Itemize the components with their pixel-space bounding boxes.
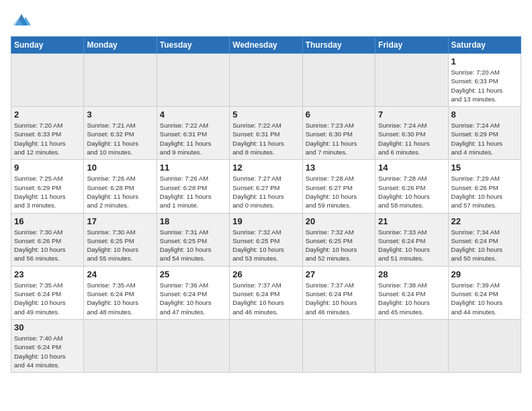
week-row-3: 9Sunrise: 7:25 AM Sunset: 6:29 PM Daylig… [11, 160, 521, 213]
day-cell: 3Sunrise: 7:21 AM Sunset: 6:32 PM Daylig… [84, 107, 157, 160]
weekday-header-friday: Friday [375, 37, 448, 54]
day-number: 2 [14, 109, 81, 120]
day-cell: 24Sunrise: 7:35 AM Sunset: 6:24 PM Dayli… [84, 266, 157, 319]
day-cell [375, 54, 448, 107]
day-number: 17 [87, 216, 153, 226]
day-cell [11, 54, 84, 107]
day-number: 5 [232, 109, 299, 120]
day-info: Sunrise: 7:28 AM Sunset: 6:26 PM Dayligh… [378, 174, 445, 210]
calendar: SundayMondayTuesdayWednesdayThursdayFrid… [11, 36, 521, 373]
day-cell [230, 319, 302, 372]
day-number: 18 [160, 216, 226, 226]
day-info: Sunrise: 7:40 AM Sunset: 6:24 PM Dayligh… [14, 334, 81, 369]
day-number: 26 [232, 269, 299, 279]
day-number: 15 [451, 163, 518, 173]
day-info: Sunrise: 7:30 AM Sunset: 6:26 PM Dayligh… [14, 228, 81, 263]
day-cell [84, 319, 157, 372]
weekday-header-wednesday: Wednesday [230, 37, 302, 54]
day-cell: 23Sunrise: 7:35 AM Sunset: 6:24 PM Dayli… [11, 266, 84, 319]
day-cell: 7Sunrise: 7:24 AM Sunset: 6:30 PM Daylig… [375, 107, 448, 160]
day-number: 16 [14, 216, 81, 226]
day-number: 13 [306, 163, 372, 173]
day-cell: 29Sunrise: 7:39 AM Sunset: 6:24 PM Dayli… [448, 266, 521, 319]
day-number: 10 [87, 163, 153, 173]
day-number: 27 [306, 269, 372, 279]
day-number: 22 [451, 216, 518, 226]
day-cell: 25Sunrise: 7:36 AM Sunset: 6:24 PM Dayli… [157, 266, 229, 319]
page: SundayMondayTuesdayWednesdayThursdayFrid… [0, 0, 532, 379]
day-number: 21 [378, 216, 445, 226]
day-info: Sunrise: 7:20 AM Sunset: 6:33 PM Dayligh… [451, 68, 518, 103]
day-cell: 5Sunrise: 7:22 AM Sunset: 6:31 PM Daylig… [230, 107, 302, 160]
day-cell: 1Sunrise: 7:20 AM Sunset: 6:33 PM Daylig… [448, 54, 521, 107]
day-cell: 9Sunrise: 7:25 AM Sunset: 6:29 PM Daylig… [11, 160, 84, 213]
day-cell [157, 54, 229, 107]
day-cell: 19Sunrise: 7:32 AM Sunset: 6:25 PM Dayli… [230, 213, 302, 266]
weekday-header-monday: Monday [84, 37, 157, 54]
day-cell [157, 319, 229, 372]
day-info: Sunrise: 7:28 AM Sunset: 6:27 PM Dayligh… [306, 174, 372, 210]
weekday-row: SundayMondayTuesdayWednesdayThursdayFrid… [11, 37, 521, 54]
day-cell: 2Sunrise: 7:20 AM Sunset: 6:33 PM Daylig… [11, 107, 84, 160]
weekday-header-thursday: Thursday [302, 37, 375, 54]
day-cell: 8Sunrise: 7:24 AM Sunset: 6:29 PM Daylig… [448, 107, 521, 160]
day-info: Sunrise: 7:31 AM Sunset: 6:25 PM Dayligh… [160, 228, 226, 263]
day-cell: 6Sunrise: 7:23 AM Sunset: 6:30 PM Daylig… [302, 107, 375, 160]
day-info: Sunrise: 7:39 AM Sunset: 6:24 PM Dayligh… [451, 281, 518, 316]
week-row-2: 2Sunrise: 7:20 AM Sunset: 6:33 PM Daylig… [11, 107, 521, 160]
day-info: Sunrise: 7:29 AM Sunset: 6:26 PM Dayligh… [451, 174, 518, 210]
day-cell: 12Sunrise: 7:27 AM Sunset: 6:27 PM Dayli… [230, 160, 302, 213]
day-info: Sunrise: 7:26 AM Sunset: 6:28 PM Dayligh… [87, 174, 153, 210]
day-info: Sunrise: 7:26 AM Sunset: 6:28 PM Dayligh… [160, 174, 226, 210]
day-info: Sunrise: 7:22 AM Sunset: 6:31 PM Dayligh… [232, 121, 299, 156]
day-info: Sunrise: 7:32 AM Sunset: 6:25 PM Dayligh… [232, 228, 299, 263]
day-number: 28 [378, 269, 445, 279]
day-info: Sunrise: 7:20 AM Sunset: 6:33 PM Dayligh… [14, 121, 81, 156]
logo [11, 11, 35, 30]
day-cell: 16Sunrise: 7:30 AM Sunset: 6:26 PM Dayli… [11, 213, 84, 266]
day-info: Sunrise: 7:23 AM Sunset: 6:30 PM Dayligh… [306, 121, 372, 156]
day-info: Sunrise: 7:24 AM Sunset: 6:30 PM Dayligh… [378, 121, 445, 156]
day-info: Sunrise: 7:30 AM Sunset: 6:25 PM Dayligh… [87, 228, 153, 263]
day-info: Sunrise: 7:36 AM Sunset: 6:24 PM Dayligh… [160, 281, 226, 316]
week-row-4: 16Sunrise: 7:30 AM Sunset: 6:26 PM Dayli… [11, 213, 521, 266]
day-cell: 30Sunrise: 7:40 AM Sunset: 6:24 PM Dayli… [11, 319, 84, 372]
day-number: 20 [306, 216, 372, 226]
day-cell [84, 54, 157, 107]
day-cell: 4Sunrise: 7:22 AM Sunset: 6:31 PM Daylig… [157, 107, 229, 160]
day-cell: 18Sunrise: 7:31 AM Sunset: 6:25 PM Dayli… [157, 213, 229, 266]
day-number: 9 [14, 163, 81, 173]
day-number: 25 [160, 269, 226, 279]
day-cell: 14Sunrise: 7:28 AM Sunset: 6:26 PM Dayli… [375, 160, 448, 213]
day-number: 8 [451, 109, 518, 120]
day-number: 1 [451, 56, 518, 66]
day-info: Sunrise: 7:32 AM Sunset: 6:25 PM Dayligh… [306, 228, 372, 263]
day-number: 19 [232, 216, 299, 226]
day-cell: 17Sunrise: 7:30 AM Sunset: 6:25 PM Dayli… [84, 213, 157, 266]
day-cell: 21Sunrise: 7:33 AM Sunset: 6:24 PM Dayli… [375, 213, 448, 266]
day-cell: 20Sunrise: 7:32 AM Sunset: 6:25 PM Dayli… [302, 213, 375, 266]
day-number: 11 [160, 163, 226, 173]
day-number: 3 [87, 109, 153, 120]
logo-icon [11, 11, 32, 30]
day-info: Sunrise: 7:35 AM Sunset: 6:24 PM Dayligh… [14, 281, 81, 316]
day-info: Sunrise: 7:33 AM Sunset: 6:24 PM Dayligh… [378, 228, 445, 263]
day-info: Sunrise: 7:35 AM Sunset: 6:24 PM Dayligh… [87, 281, 153, 316]
day-cell [448, 319, 521, 372]
day-cell: 13Sunrise: 7:28 AM Sunset: 6:27 PM Dayli… [302, 160, 375, 213]
week-row-6: 30Sunrise: 7:40 AM Sunset: 6:24 PM Dayli… [11, 319, 521, 372]
header [11, 11, 521, 30]
day-cell: 11Sunrise: 7:26 AM Sunset: 6:28 PM Dayli… [157, 160, 229, 213]
day-number: 4 [160, 109, 226, 120]
weekday-header-tuesday: Tuesday [157, 37, 229, 54]
day-number: 30 [14, 322, 81, 332]
day-cell: 10Sunrise: 7:26 AM Sunset: 6:28 PM Dayli… [84, 160, 157, 213]
day-number: 29 [451, 269, 518, 279]
day-info: Sunrise: 7:34 AM Sunset: 6:24 PM Dayligh… [451, 228, 518, 263]
day-number: 24 [87, 269, 153, 279]
day-info: Sunrise: 7:37 AM Sunset: 6:24 PM Dayligh… [306, 281, 372, 316]
day-info: Sunrise: 7:21 AM Sunset: 6:32 PM Dayligh… [87, 121, 153, 156]
calendar-body: 1Sunrise: 7:20 AM Sunset: 6:33 PM Daylig… [11, 54, 521, 373]
day-cell: 26Sunrise: 7:37 AM Sunset: 6:24 PM Dayli… [230, 266, 302, 319]
day-cell [302, 319, 375, 372]
